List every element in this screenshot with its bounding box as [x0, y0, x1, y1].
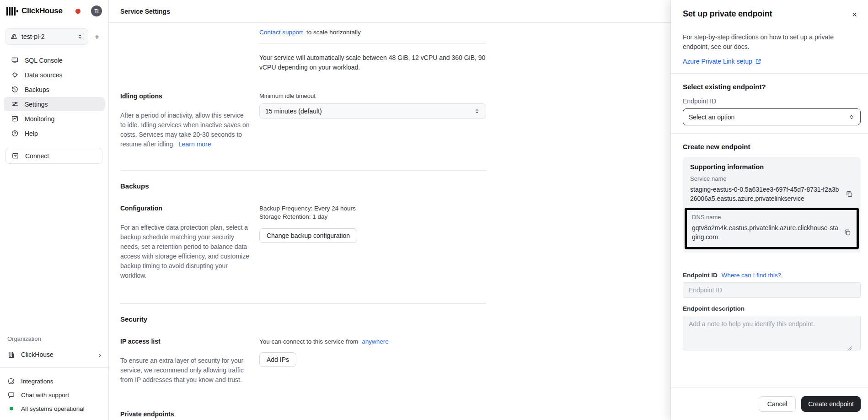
cancel-button[interactable]: Cancel: [759, 396, 796, 412]
footer-item-label: Chat with support: [21, 392, 69, 398]
supporting-information-title: Supporting information: [690, 163, 853, 171]
endpoint-description-label: Endpoint description: [683, 305, 861, 312]
scale-horizontal-text: to scale horizontally: [306, 29, 361, 36]
create-new-endpoint-title: Create new endpoint: [683, 143, 861, 151]
footer-item-label: Integrations: [21, 378, 54, 385]
status-green-dot-icon: [10, 407, 13, 410]
dns-name-value: gqtv8o2m4k.eastus.privatelink.azure.clic…: [692, 223, 839, 242]
drawer-header: Set up private endpoint ×: [671, 0, 868, 20]
drawer-intro: For step-by-step directions on how to se…: [683, 32, 854, 52]
sidebar-item-label: Data sources: [25, 71, 62, 79]
idling-description: After a period of inactivity, allow this…: [120, 111, 251, 149]
divider: [120, 170, 486, 171]
add-ips-button[interactable]: Add IPs: [259, 352, 296, 367]
external-link-icon: [755, 58, 761, 65]
service-selector[interactable]: test-pl-2: [5, 28, 88, 45]
ip-access-list-title: IP access list: [120, 338, 251, 345]
endpoint-id-field-row: Endpoint ID Where can I find this?: [683, 272, 861, 279]
supporting-information-card: Supporting information Service name stag…: [683, 157, 861, 253]
sidebar-item-help[interactable]: Help: [4, 126, 105, 140]
stepper-icon: [77, 33, 83, 40]
brand-name: ClickHouse: [21, 6, 63, 16]
add-service-button[interactable]: +: [92, 32, 102, 41]
azure-private-link-setup-link[interactable]: Azure Private Link setup: [683, 58, 761, 65]
drawer-title: Set up private endpoint: [683, 9, 772, 19]
brand-row: ClickHouse TI: [0, 0, 108, 16]
sidebar-item-monitoring[interactable]: Monitoring: [4, 112, 105, 126]
sidebar-item-label: Backups: [25, 86, 49, 93]
divider: [671, 73, 868, 74]
endpoint-id-input[interactable]: [683, 282, 861, 298]
backups-icon: [11, 86, 19, 93]
chat-bubble-icon: [7, 391, 15, 399]
sidebar: ClickHouse TI test-pl-2 +: [0, 0, 109, 420]
copy-icon[interactable]: [843, 228, 852, 237]
scale-horizontal-line: Contact support to scale horizontally: [259, 28, 486, 37]
change-backup-configuration-button[interactable]: Change backup configuration: [259, 228, 357, 243]
backup-configuration-description: For an effective data protection plan, s…: [120, 223, 251, 280]
copy-icon[interactable]: [845, 190, 853, 198]
sql-console-icon: [11, 56, 19, 64]
contact-support-link[interactable]: Contact support: [259, 29, 303, 36]
service-name-value: staging-eastus-0-0.5a631ee3-697f-45d7-87…: [690, 185, 841, 203]
sidebar-item-backups[interactable]: Backups: [4, 82, 105, 97]
dns-name-label: DNS name: [692, 214, 852, 221]
service-row: test-pl-2 +: [0, 16, 108, 45]
divider: [120, 303, 486, 304]
clickhouse-logo-icon: [6, 6, 18, 16]
sidebar-item-label: Settings: [25, 101, 48, 108]
learn-more-link[interactable]: Learn more: [178, 140, 211, 148]
create-endpoint-button[interactable]: Create endpoint: [801, 396, 861, 412]
endpoint-id-field-label: Endpoint ID: [683, 272, 718, 279]
app-window: ClickHouse TI test-pl-2 +: [0, 0, 868, 420]
backup-retention-text: Storage Retention: 1 day: [259, 213, 486, 221]
data-sources-icon: [11, 71, 19, 79]
monitoring-icon: [11, 115, 19, 123]
connect-button[interactable]: Connect: [5, 148, 102, 164]
service-name-row: staging-eastus-0-0.5a631ee3-697f-45d7-87…: [690, 185, 853, 203]
where-can-i-find-this-link[interactable]: Where can I find this?: [722, 272, 782, 279]
idle-timeout-select[interactable]: 15 minutes (default): [259, 103, 486, 119]
setup-private-endpoint-drawer: Set up private endpoint × For step-by-st…: [671, 0, 868, 420]
organization-name: ClickHouse: [21, 351, 54, 358]
notification-dot-icon[interactable]: [75, 9, 80, 14]
sidebar-item-label: Monitoring: [25, 115, 54, 123]
stepper-icon: [474, 108, 480, 114]
sidebar-item-label: Help: [25, 130, 38, 137]
avatar[interactable]: TI: [91, 5, 102, 16]
endpoint-id-select-label: Endpoint ID: [683, 97, 861, 105]
endpoint-id-select[interactable]: Select an option: [683, 108, 861, 125]
connect-label: Connect: [25, 152, 49, 160]
divider: [259, 43, 486, 44]
settings-icon: [11, 100, 19, 108]
organization-label: Organization: [0, 335, 108, 342]
integrations-icon: [7, 377, 15, 385]
connect-from-line: You can connect to this service from any…: [259, 338, 486, 346]
connect-icon: [11, 152, 19, 160]
docs-link-label: Azure Private Link setup: [683, 58, 752, 65]
sidebar-item-integrations[interactable]: Integrations: [0, 374, 108, 388]
dns-name-highlight-box: DNS name gqtv8o2m4k.eastus.privatelink.a…: [685, 208, 859, 249]
help-icon: [11, 129, 19, 137]
service-name: test-pl-2: [21, 33, 73, 40]
sidebar-item-settings[interactable]: Settings: [4, 97, 105, 111]
backup-configuration-title: Configuration: [120, 205, 251, 212]
sidebar-bottom: Organization ClickHouse › Integrations: [0, 335, 108, 420]
chevron-right-icon: ›: [99, 351, 101, 359]
idle-timeout-value: 15 minutes (default): [265, 108, 474, 115]
page-title: Service Settings: [120, 8, 170, 15]
close-icon[interactable]: ×: [851, 9, 858, 20]
idle-timeout-label: Minimum idle timeout: [259, 92, 486, 99]
sidebar-item-sql-console[interactable]: SQL Console: [4, 53, 105, 67]
azure-icon: [11, 33, 17, 40]
sidebar-item-data-sources[interactable]: Data sources: [4, 68, 105, 82]
system-status-item[interactable]: All systems operational: [0, 402, 108, 415]
sidebar-item-chat-support[interactable]: Chat with support: [0, 388, 108, 402]
dns-name-row: gqtv8o2m4k.eastus.privatelink.azure.clic…: [692, 223, 852, 242]
divider: [671, 133, 868, 134]
endpoint-description-textarea[interactable]: [683, 316, 861, 350]
organization-item[interactable]: ClickHouse ›: [0, 348, 108, 361]
divider: [0, 367, 108, 368]
autoscale-description: Your service will automatically scale be…: [259, 53, 486, 72]
anywhere-link[interactable]: anywhere: [362, 338, 389, 345]
